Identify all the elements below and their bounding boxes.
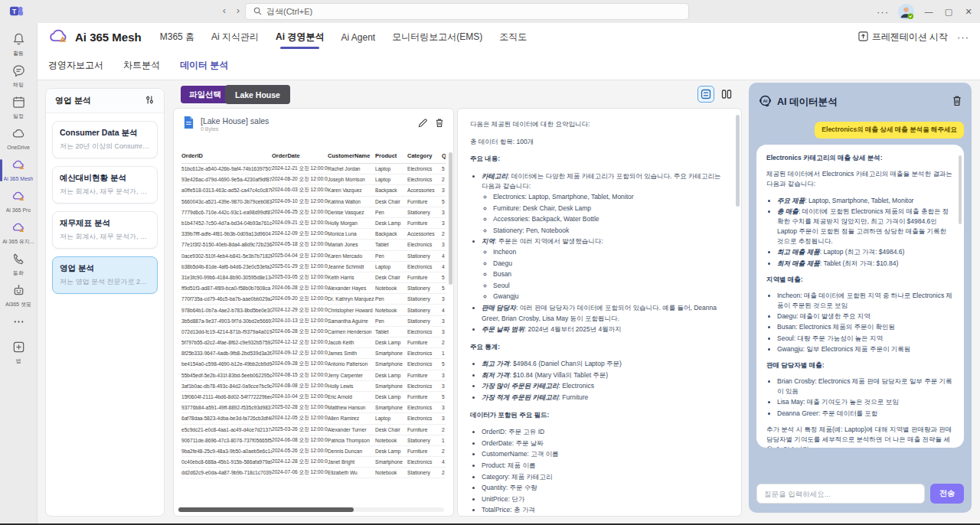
rail-item-calls[interactable]: 통화: [0, 249, 37, 280]
table-row: 6af78daa-5823-4dba-be3d-fa726cb3df402024…: [181, 413, 446, 424]
nav-item-ai-agent[interactable]: Ai Agent: [341, 25, 375, 50]
table-row: 770f735a-cd79-46c5-ba7b-aae0bb029a282024…: [181, 294, 446, 305]
table-row: 15f0604f-2111-4bd6-8d02-54f772229bed2024…: [181, 391, 446, 402]
table-panel: [Lake House] sales 0 Bytes OrderIDOrderD…: [173, 108, 454, 517]
nav-item-ai-biz-analysis[interactable]: Ai 경영분석: [276, 24, 324, 51]
teams-logo-icon[interactable]: T: [9, 4, 24, 21]
filter-settings-icon[interactable]: [145, 94, 155, 108]
edit-icon[interactable]: [418, 117, 427, 131]
table-row: 8f25b333-9647-4adb-9fb8-2bd539d3a3f22024…: [181, 348, 446, 359]
search-placeholder: 검색(Ctrl+E): [266, 6, 312, 18]
split-columns-view-icon[interactable]: [718, 86, 735, 103]
ai-panel-title: AI 데이터분석: [777, 96, 837, 109]
ai-response-scrollbar[interactable]: [959, 155, 962, 224]
nav-item-org-chart[interactable]: 조직도: [499, 24, 527, 51]
svg-text:T: T: [12, 8, 17, 15]
table-row: 5660043c-a521-439e-9870-3b79ceb083c82024…: [181, 196, 446, 207]
rail-item-apps[interactable]: 앱: [0, 337, 37, 368]
table-row: 072d13dd-fc19-4214-871b-f9379a4a01952024…: [181, 326, 446, 337]
brand-name: Ai 365 Mesh: [75, 31, 142, 44]
table-row: 7779d6c6-710e-442c-93c1-ea98d99df8712024…: [181, 207, 446, 217]
search-input[interactable]: 검색(Ctrl+E): [245, 3, 689, 20]
table-row: 906711de-8696-47c3-8076-737f05665f5c2024…: [181, 435, 446, 445]
column-header: Category: [407, 148, 442, 164]
tab-executive-report[interactable]: 경영자보고서: [48, 59, 103, 72]
user-message-bubble: Electronics의 매출 상세 매출 분석을 해주세요: [815, 122, 964, 139]
app-shell: Ai 365 Mesh M365 홈Ai 지식관리Ai 경영분석Ai Agent…: [37, 23, 980, 523]
ai-response-bubble: Electronics 카테고리의 매출 상세 분석:제공된 데이터에서 Ele…: [756, 145, 964, 448]
table-row: b1b47452-7c50-4d7a-bd34-04b93a761c0c2024…: [181, 217, 446, 228]
clear-chat-icon[interactable]: [952, 95, 962, 109]
titlebar: T ‹ › 검색(Ctrl+E) ··· — ▢ ✕: [0, 0, 980, 23]
titlebar-more-icon[interactable]: ···: [877, 6, 889, 18]
file-select-button[interactable]: 파일선택: [181, 86, 230, 103]
chat-icon: [11, 64, 26, 81]
nav-item-m365-home[interactable]: M365 홈: [160, 24, 194, 51]
table-row: 0ace9302-510f-4eb4-b841-5e3b7b7182fb2025…: [181, 250, 446, 261]
split-rows-view-icon[interactable]: [697, 86, 714, 103]
lakehouse-button[interactable]: Lake House: [225, 85, 290, 104]
rail-item-chat[interactable]: 채팅: [0, 60, 37, 92]
table-row: a0ffe518-0313-463c-ad52-ca47c4c0c87f2024…: [181, 185, 446, 196]
table-header-row: OrderIDOrderDateCustomerNameProductCateg…: [181, 148, 446, 164]
minimize-button[interactable]: —: [923, 7, 934, 16]
content: 영업 분석 Consumer Data 분석저는 20년 이상의 Consumr…: [38, 80, 980, 523]
brand: Ai 365 Mesh: [48, 28, 142, 47]
table-row: 51bc612e-a540-426b-9af4-74b16397507a2024…: [181, 164, 446, 174]
table-row: 339b7fff-adfe-4f81-9b3b-0d09a13d96042024…: [181, 229, 446, 240]
horizontal-scrollbar[interactable]: [178, 507, 444, 512]
sidebar-title: 영업 분석: [55, 95, 91, 106]
agent-card[interactable]: 예산대비현황 분석저는 회계사, 재무 분석가, 경영 컨...: [52, 166, 158, 204]
ai-365-maint-icon: [11, 220, 26, 238]
summary-content: 다음은 제공된 데이터에 대한 요약입니다:총 데이터 항목: 100개주요 내…: [470, 119, 729, 517]
onedrive-icon: [11, 126, 26, 144]
rail-item-calendar[interactable]: 일정: [0, 92, 37, 123]
search-icon: [253, 7, 262, 17]
rail-item-ai-365-maint[interactable]: Ai 365 유지...: [0, 217, 37, 249]
table-row: b38b5d4b-81de-4af6-b4d6-23e0c53efa2b2025…: [181, 261, 446, 272]
close-button[interactable]: ✕: [963, 7, 974, 17]
ai-analysis-panel: AI AI 데이터분석 Electronics의 매출 상세 매출 분석을 해주…: [749, 83, 972, 513]
rail-item-activity[interactable]: 활동: [0, 29, 37, 60]
agent-card[interactable]: 영업 분석저는 영업 분석 전문가로 20년 이상...: [52, 256, 158, 294]
file-name: [Lake House] sales: [201, 116, 412, 126]
rail-item-onedrive[interactable]: OneDrive: [0, 123, 37, 155]
maximize-button[interactable]: ▢: [943, 7, 954, 17]
app-nav: M365 홈Ai 지식관리Ai 경영분석Ai Agent모니터링보고서(EMS)…: [160, 24, 527, 51]
nav-item-ai-knowledge[interactable]: Ai 지식관리: [211, 24, 259, 51]
brand-cloud-icon: [48, 28, 70, 47]
start-presentation-button[interactable]: 프레젠테이션 시작: [858, 31, 948, 44]
table-row: 3b5d887a-9e37-4903-9f7d-30bd2e56693f2024…: [181, 315, 446, 326]
forward-arrow-icon[interactable]: ›: [232, 5, 244, 16]
table-row: e5c9dc21-e0c8-4aa1-ac49-d4ce7d2137de2025…: [181, 424, 446, 435]
tab-chart-analysis[interactable]: 차트분석: [123, 59, 160, 72]
rail-item-more[interactable]: [0, 311, 37, 337]
agent-card[interactable]: Consumer Data 분석저는 20년 이상의 Consumr D...: [52, 121, 158, 158]
file-size: 0 Bytes: [201, 126, 412, 132]
calendar-icon: [11, 95, 26, 112]
column-header: OrderDate: [272, 148, 328, 164]
tab-data-analysis[interactable]: 데이터 분석: [180, 59, 228, 72]
send-button[interactable]: 전송: [930, 484, 964, 504]
table-row: 93e426ac-d79d-4690-9e5a-4230af9df8722024…: [181, 174, 446, 185]
agent-card[interactable]: 재무제표 분석저는 회계사, 재무 분석가, 경영 컨...: [52, 211, 158, 249]
table-row: 0c40ebc8-688a-45b1-915b-586afa979a9b2024…: [181, 457, 446, 468]
rail-item-ai365-chatbot[interactable]: Ai365 챗봇: [0, 280, 37, 311]
more-icon: [11, 315, 26, 332]
back-arrow-icon[interactable]: ‹: [218, 5, 230, 16]
header-more-icon[interactable]: ···: [957, 31, 969, 43]
tabbar: 경영자보고서차트분석데이터 분석: [38, 51, 980, 80]
rail-item-ai-365-pro[interactable]: Ai 365 Pro: [0, 186, 37, 217]
table-row: 9ba2fe48-25c9-48a3-9b50-a0aeb5e6c1aa2024…: [181, 445, 446, 456]
user-avatar[interactable]: [898, 4, 914, 20]
summary-vertical-scrollbar[interactable]: [736, 115, 740, 207]
presentation-icon: [858, 31, 868, 44]
delete-file-icon[interactable]: [435, 117, 444, 131]
apps-icon: [11, 340, 26, 357]
nav-item-monitoring-report[interactable]: 모니터링보고서(EMS): [392, 24, 482, 51]
question-input[interactable]: [756, 484, 925, 504]
table-vertical-scrollbar[interactable]: [449, 113, 452, 504]
summary-panel: 다음은 제공된 데이터에 대한 요약입니다:총 데이터 항목: 100개주요 내…: [457, 108, 742, 517]
column-header: Quantity: [442, 148, 446, 164]
rail-item-ai-365-mesh[interactable]: Ai 365 Mesh: [0, 155, 37, 186]
